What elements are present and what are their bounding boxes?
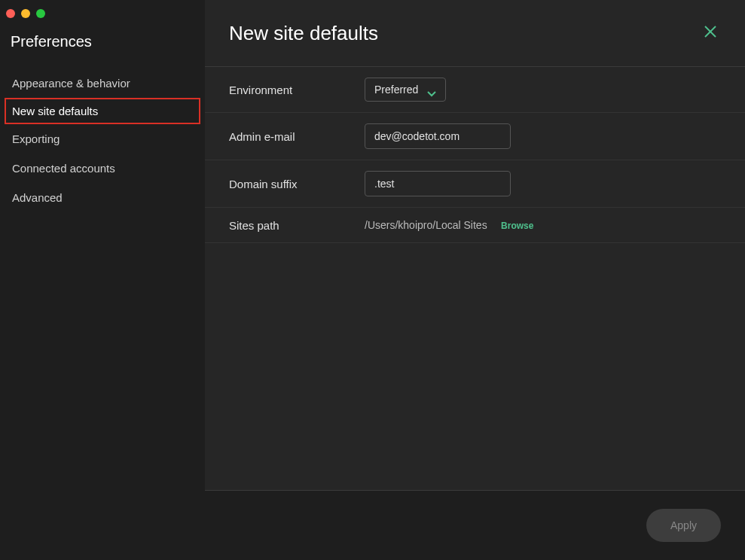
browse-link[interactable]: Browse: [501, 221, 533, 231]
domain-suffix-input[interactable]: [365, 171, 511, 196]
sidebar-item-exporting[interactable]: Exporting: [0, 124, 205, 154]
main-header: New site defaults: [205, 0, 745, 67]
page-title: New site defaults: [229, 22, 378, 45]
environment-label: Environment: [229, 84, 365, 96]
domain-suffix-label: Domain suffix: [229, 178, 365, 190]
admin-email-label: Admin e-mail: [229, 130, 365, 143]
window-maximize-button[interactable]: [36, 9, 45, 18]
sidebar-item-advanced[interactable]: Advanced: [0, 183, 205, 212]
close-icon: [703, 24, 718, 39]
sidebar-title: Preferences: [0, 30, 205, 68]
form-row-environment: Environment Preferred: [205, 67, 745, 113]
environment-select[interactable]: Preferred: [365, 78, 446, 102]
form-row-sites-path: Sites path /Users/khoipro/Local Sites Br…: [205, 208, 745, 243]
window-controls: [0, 8, 205, 30]
environment-value: Preferred: [374, 84, 418, 96]
sidebar: Preferences Appearance & behavior New si…: [0, 0, 205, 560]
sidebar-item-connected-accounts[interactable]: Connected accounts: [0, 154, 205, 183]
form-area: Environment Preferred Admin e-mail Domai…: [205, 67, 745, 490]
window-minimize-button[interactable]: [21, 9, 30, 18]
sidebar-item-new-site-defaults[interactable]: New site defaults: [5, 98, 200, 124]
sidebar-item-appearance[interactable]: Appearance & behavior: [0, 68, 205, 98]
sites-path-value: /Users/khoipro/Local Sites: [365, 219, 487, 231]
footer: Apply: [205, 490, 745, 560]
sites-path-label: Sites path: [229, 219, 365, 232]
form-row-admin-email: Admin e-mail: [205, 113, 745, 160]
admin-email-input[interactable]: [365, 123, 511, 149]
close-button[interactable]: [700, 21, 721, 45]
apply-button[interactable]: Apply: [646, 509, 721, 542]
chevron-down-icon: [427, 87, 436, 93]
main-panel: New site defaults Environment Preferred …: [205, 0, 745, 560]
window-close-button[interactable]: [6, 9, 15, 18]
form-row-domain-suffix: Domain suffix: [205, 160, 745, 208]
